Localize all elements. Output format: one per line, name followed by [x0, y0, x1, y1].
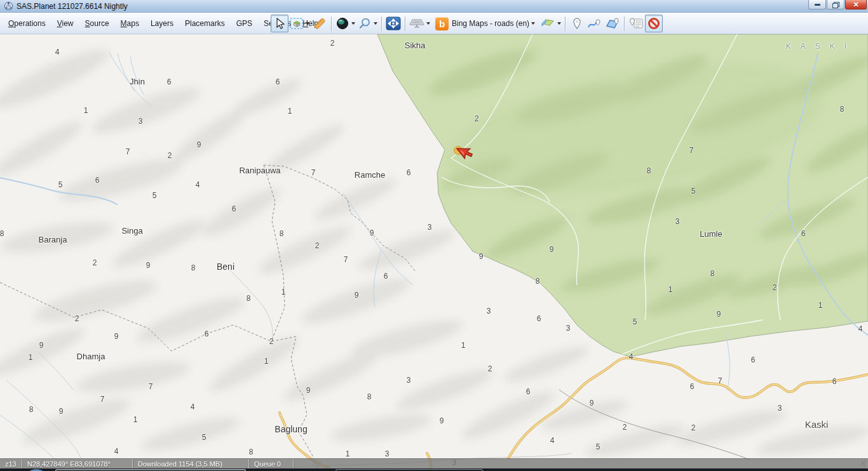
dropdown-caret-icon — [531, 22, 535, 25]
layers-map-icon — [540, 17, 555, 30]
minimize-icon — [815, 4, 820, 6]
toolbar-add-polygon[interactable] — [604, 15, 621, 32]
minimize-button[interactable] — [808, 0, 826, 10]
map-terrain — [0, 34, 868, 471]
toolbar-separator — [405, 17, 405, 31]
dropdown-caret-icon — [351, 22, 355, 25]
globe-icon — [336, 17, 349, 30]
restore-icon — [832, 2, 839, 8]
selection-rect-icon — [290, 17, 304, 30]
menu-item-operations[interactable]: Operations — [3, 17, 51, 30]
status-coordinates: N28,427849° E83,691078° — [22, 459, 133, 468]
status-zoom-level: z13 — [0, 459, 22, 468]
bing-logo-icon: b — [435, 17, 449, 30]
toolbar: b Bing Maps - roads (en) — [271, 13, 663, 34]
polygon-icon — [605, 17, 620, 30]
toolbar-separator — [381, 17, 382, 31]
menu-item-placemarks[interactable]: Placemarks — [179, 17, 231, 30]
toolbar-add-path[interactable] — [586, 15, 604, 32]
ruler-icon — [313, 17, 327, 30]
menu-item-view[interactable]: View — [51, 17, 79, 30]
toolbar-download-block[interactable] — [645, 15, 663, 32]
path-route-icon — [587, 17, 602, 30]
menu-item-source[interactable]: Source — [79, 17, 115, 30]
block-icon — [647, 17, 661, 30]
magnifier-icon — [358, 17, 372, 30]
toolbar-ruler-tool[interactable] — [311, 15, 329, 32]
map-source-label: Bing Maps - roads (en) — [452, 19, 529, 28]
toolbar-layers[interactable] — [539, 15, 562, 32]
toolbar-placemark-list[interactable] — [627, 15, 645, 32]
toolbar-separator — [624, 17, 625, 31]
toolbar-globe-tool[interactable] — [334, 15, 356, 32]
dropdown-caret-icon — [306, 22, 309, 25]
view-3d-icon — [409, 17, 424, 30]
toolbar-selection-tool[interactable] — [288, 15, 311, 32]
dropdown-caret-icon — [557, 22, 561, 25]
cursor-icon — [275, 18, 285, 29]
restore-button[interactable] — [827, 0, 844, 10]
status-queue: Queue 0 — [249, 459, 294, 468]
map-canvas[interactable] — [0, 34, 868, 471]
titlebar[interactable]: SAS.Planet 121027.6614 Nightly ✕ — [0, 0, 868, 13]
app-window: 4266113279276655468829376912988299162177… — [0, 0, 868, 471]
close-button[interactable]: ✕ — [845, 0, 867, 10]
app-icon — [4, 1, 13, 11]
map-source-selector[interactable]: b Bing Maps - roads (en) — [431, 15, 539, 32]
dropdown-caret-icon — [426, 22, 430, 25]
menu-item-layers[interactable]: Layers — [145, 17, 179, 30]
statusbar: z13 N28,427849° E83,691078° Downloaded 1… — [0, 458, 868, 468]
placemark-list-icon — [628, 17, 644, 30]
dropdown-caret-icon — [374, 22, 377, 25]
placemark-pin-icon — [571, 17, 583, 30]
status-downloaded: Downloaded 1154 (3,5 MB) — [133, 459, 249, 468]
toolbar-separator — [565, 17, 566, 31]
toolbar-add-placemark[interactable] — [568, 15, 586, 32]
menu-item-gps[interactable]: GPS — [231, 17, 258, 30]
close-icon: ✕ — [853, 1, 858, 8]
menu-toolbar-strip: OperationsViewSourceMapsLayersPlacemarks… — [0, 13, 868, 34]
toolbar-separator — [331, 17, 332, 31]
toolbar-cursor-tool[interactable] — [271, 15, 288, 32]
toolbar-fullscreen[interactable] — [384, 15, 402, 32]
windows-taskbar-edge[interactable] — [0, 468, 868, 471]
toolbar-zoom-tool[interactable] — [356, 15, 379, 32]
menu-item-maps[interactable]: Maps — [115, 17, 145, 30]
fullscreen-icon — [386, 17, 401, 30]
window-title: SAS.Planet 121027.6614 Nightly — [17, 2, 128, 11]
toolbar-view-3d[interactable] — [408, 15, 431, 32]
